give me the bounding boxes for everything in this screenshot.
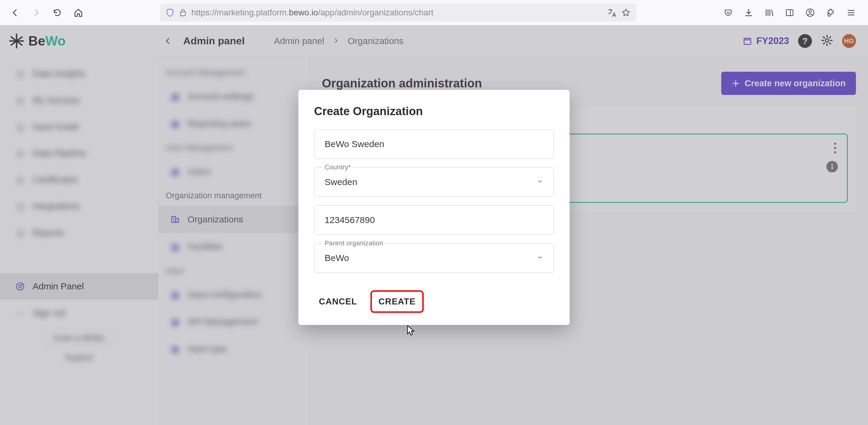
reload-icon [53, 8, 62, 17]
account-icon[interactable] [804, 7, 816, 19]
cursor-icon [406, 325, 415, 336]
org-name-input[interactable] [324, 139, 544, 149]
chevron-down-icon [537, 254, 544, 262]
cancel-button[interactable]: CANCEL [314, 290, 362, 313]
home-icon [74, 8, 83, 17]
create-button[interactable]: CREATE [370, 290, 424, 313]
field-label: Parent organization [322, 239, 386, 247]
menu-icon[interactable] [845, 7, 857, 19]
svg-rect-0 [181, 12, 185, 16]
arrow-right-icon [32, 8, 41, 17]
shield-icon [165, 8, 175, 17]
download-icon[interactable] [743, 7, 755, 19]
parent-org-field[interactable]: Parent organization BeWo [314, 243, 554, 273]
browser-reload-button[interactable] [50, 5, 65, 21]
parent-org-value: BeWo [324, 253, 537, 263]
org-number-field[interactable] [314, 205, 554, 235]
translate-icon[interactable] [607, 8, 617, 18]
url-text: https://marketing.platform.bewo.io/app/a… [191, 8, 603, 18]
address-bar-container: https://marketing.platform.bewo.io/app/a… [92, 4, 705, 22]
field-label: Country* [322, 163, 353, 171]
pocket-icon[interactable] [722, 7, 734, 19]
country-value: Sweden [324, 177, 537, 187]
org-number-input[interactable] [324, 215, 544, 225]
modal-overlay[interactable]: Create Organization Country* Sweden Pare… [0, 25, 868, 425]
create-organization-modal: Create Organization Country* Sweden Pare… [299, 90, 569, 325]
extensions-icon[interactable] [825, 7, 837, 19]
browser-toolbar: https://marketing.platform.bewo.io/app/a… [0, 0, 868, 25]
org-name-field[interactable] [314, 129, 554, 159]
address-bar[interactable]: https://marketing.platform.bewo.io/app/a… [160, 4, 636, 22]
browser-back-button[interactable] [7, 5, 23, 21]
lock-icon [179, 8, 187, 17]
app-root: BeWo Admin panel Admin panel Organizatio… [0, 25, 868, 425]
chevron-down-icon [537, 178, 544, 186]
browser-right-icons [722, 7, 857, 19]
modal-title: Create Organization [314, 105, 554, 118]
library-icon[interactable] [763, 7, 775, 19]
country-field[interactable]: Country* Sweden [314, 167, 554, 197]
star-icon[interactable] [621, 8, 631, 18]
browser-home-button[interactable] [70, 5, 86, 21]
svg-rect-1 [786, 10, 793, 16]
browser-forward-button[interactable] [28, 5, 44, 21]
modal-actions: CANCEL CREATE [314, 290, 554, 313]
arrow-left-icon [10, 8, 20, 17]
sidebar-icon[interactable] [784, 7, 796, 19]
svg-point-3 [809, 10, 811, 13]
